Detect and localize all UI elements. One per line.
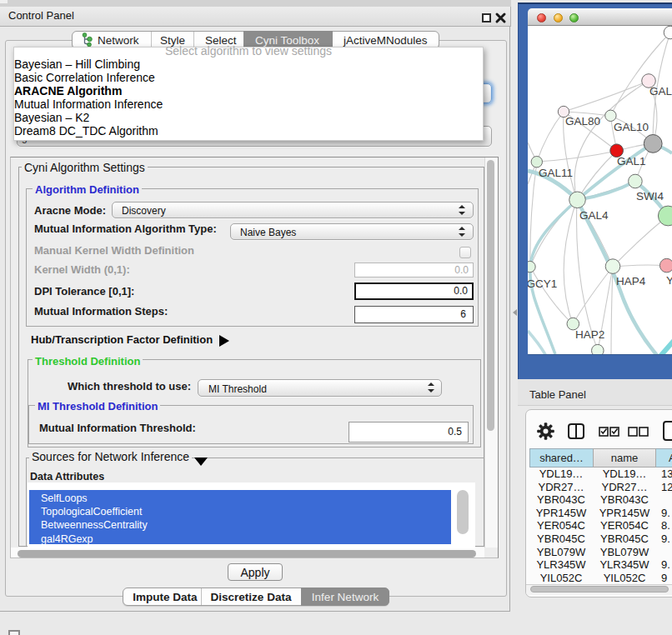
svg-text:Y: Y xyxy=(666,274,672,287)
svg-text:HAP4: HAP4 xyxy=(616,275,646,288)
svg-text:GAL10: GAL10 xyxy=(614,121,649,133)
svg-text:GAL11: GAL11 xyxy=(539,167,573,179)
svg-text:GAL80: GAL80 xyxy=(565,115,600,128)
svg-text:HAP2: HAP2 xyxy=(575,328,604,341)
svg-text:GAL: GAL xyxy=(649,85,672,98)
svg-text:GAL1: GAL1 xyxy=(617,155,646,168)
svg-text:SWI4: SWI4 xyxy=(636,190,664,202)
svg-text:GCY1: GCY1 xyxy=(528,278,557,290)
svg-text:GAL4: GAL4 xyxy=(579,209,609,222)
